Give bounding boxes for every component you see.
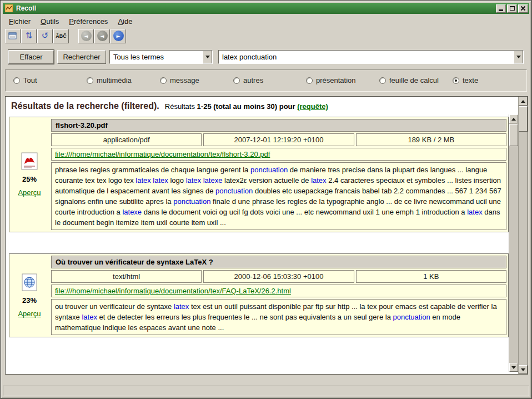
result-list: 25% Aperçu flshort-3.20.pdf application/…: [9, 117, 509, 358]
scrollbar-thumb[interactable]: [509, 124, 518, 146]
scroll-up-icon: [511, 118, 516, 121]
sort-dates-icon: ⇅: [26, 32, 33, 40]
chevron-down-icon: [516, 56, 521, 58]
clear-button[interactable]: Effacer: [8, 50, 54, 64]
radio-multimedia[interactable]: multimédia: [87, 76, 132, 84]
window-title: Recoll: [16, 4, 496, 12]
history-icon: ↺: [42, 32, 49, 40]
result-url-row: file:///home/michael/informatique/docume…: [51, 285, 506, 297]
app-window: Recoll Fichier Outils Préférences Aide ⇅…: [0, 0, 532, 399]
maximize-icon: [510, 6, 515, 11]
document-history-button[interactable]: ↺: [37, 29, 53, 43]
menu-bar: Fichier Outils Préférences Aide: [5, 16, 527, 27]
term-explorer-icon: ÂBĈ: [56, 33, 67, 39]
radio-label: texte: [463, 76, 478, 84]
results-summary: Résultats 1-25 (total au moins 30) pour …: [165, 102, 328, 111]
result-date: 2007-12-01 12:19:20 +0100: [203, 133, 354, 146]
scroll-down-button[interactable]: [509, 363, 518, 372]
search-query-combo[interactable]: [218, 50, 524, 64]
radio-label: Tout: [23, 76, 37, 84]
preview-link[interactable]: Aperçu: [18, 188, 41, 197]
relevance-percent: 23%: [22, 296, 37, 305]
first-page-icon: ◄: [81, 31, 92, 41]
result-meta-row: text/html 2000-12-06 15:03:30 +0100 1 KB: [51, 270, 506, 283]
result-entry-sidebar: 23% Aperçu: [9, 254, 49, 337]
recoll-logo-icon: [5, 4, 13, 12]
radio-feuille-de-calcul[interactable]: feuille de calcul: [379, 76, 439, 84]
result-snippet: ou trouver un verificateur de syntaxe la…: [51, 299, 506, 335]
first-page-button[interactable]: ◄: [78, 29, 94, 43]
search-button[interactable]: Rechercher: [57, 50, 106, 64]
radio-label: autres: [243, 76, 263, 84]
scroll-down-icon: [521, 368, 525, 371]
result-url-link[interactable]: file:///home/michael/informatique/docume…: [55, 150, 270, 158]
search-mode-dropdown-button[interactable]: [203, 51, 212, 63]
result-entry-sidebar: 25% Aperçu: [9, 117, 49, 232]
radio-icon: [306, 77, 313, 84]
result-filename: flshort-3.20.pdf: [51, 119, 506, 132]
result-entry: 23% Aperçu Où trouver un vérificateur de…: [9, 253, 509, 337]
clear-search-button[interactable]: [5, 29, 21, 43]
radio-label: feuille de calcul: [389, 76, 439, 84]
menu-preferences[interactable]: Préférences: [65, 16, 112, 27]
close-button[interactable]: [518, 4, 528, 13]
result-entry-table: Où trouver un vérificateur de syntaxe La…: [49, 254, 508, 337]
search-mode-select[interactable]: Tous les termes: [109, 50, 213, 64]
menu-fichier[interactable]: Fichier: [5, 16, 34, 27]
scroll-up-button[interactable]: [519, 97, 528, 106]
scroll-up-button[interactable]: [509, 114, 518, 123]
radio-presentation[interactable]: présentation: [306, 76, 356, 84]
previous-page-icon: ◄: [97, 31, 108, 41]
results-header: Résultats de la recherche (filtered). Ré…: [11, 101, 328, 111]
radio-message[interactable]: message: [160, 76, 199, 84]
results-title: Résultats de la recherche (filtered).: [11, 101, 159, 111]
scrollbar-thumb[interactable]: [519, 106, 528, 132]
result-url-row: file:///home/michael/informatique/docume…: [51, 148, 506, 161]
radio-label: présentation: [316, 76, 356, 84]
close-icon: [520, 6, 526, 11]
radio-icon: [453, 77, 459, 84]
radio-icon: [160, 77, 167, 84]
minimize-button[interactable]: [496, 4, 506, 13]
result-entry-table: flshort-3.20.pdf application/pdf 2007-12…: [49, 117, 508, 232]
result-meta-row: application/pdf 2007-12-01 12:19:20 +010…: [51, 133, 506, 146]
result-mimetype: text/html: [51, 270, 202, 283]
scroll-up-icon: [521, 100, 525, 103]
next-page-button[interactable]: ►: [111, 29, 126, 43]
menu-aide[interactable]: Aide: [114, 16, 136, 27]
sort-dates-button[interactable]: ⇅: [21, 29, 37, 43]
radio-texte[interactable]: texte: [453, 76, 478, 84]
result-list-scrollbar[interactable]: [509, 114, 518, 372]
radio-tout[interactable]: Tout: [13, 76, 37, 84]
result-filename: Où trouver un vérificateur de syntaxe La…: [51, 256, 506, 268]
chevron-down-icon: [205, 56, 210, 58]
radio-label: message: [170, 76, 199, 84]
radio-icon: [233, 77, 240, 84]
category-filter-frame: Tout multimédia message autres présentat…: [5, 69, 527, 92]
radio-autres[interactable]: autres: [233, 76, 263, 84]
term-explorer-button[interactable]: ÂBĈ: [53, 29, 69, 43]
toolbar: ⇅ ↺ ÂBĈ ◄ ◄ ►: [5, 28, 127, 43]
search-query-input[interactable]: [219, 51, 514, 63]
html-file-icon: [21, 273, 38, 291]
result-mimetype: application/pdf: [51, 133, 202, 146]
menu-outils[interactable]: Outils: [37, 16, 63, 27]
radio-label: multimédia: [97, 76, 132, 84]
maximize-button[interactable]: [507, 4, 517, 13]
result-date: 2000-12-06 15:03:30 +0100: [203, 270, 354, 283]
radio-icon: [379, 77, 386, 84]
results-panel-scrollbar[interactable]: [518, 97, 528, 374]
search-query-dropdown-button[interactable]: [514, 51, 523, 63]
scroll-down-icon: [511, 366, 516, 369]
results-summary-range: 1-25 (total au moins 30) pour: [197, 102, 295, 111]
previous-page-button[interactable]: ◄: [94, 29, 110, 43]
clear-search-icon: [8, 32, 18, 41]
preview-link[interactable]: Aperçu: [18, 310, 41, 318]
query-details-link[interactable]: (requête): [297, 102, 328, 111]
scroll-down-button[interactable]: [519, 365, 528, 374]
result-url-link[interactable]: file:///home/michael/informatique/docume…: [55, 287, 291, 295]
result-size: 1 KB: [356, 270, 506, 283]
result-entry: 25% Aperçu flshort-3.20.pdf application/…: [9, 117, 509, 232]
relevance-percent: 25%: [22, 175, 37, 183]
status-bar: [3, 386, 529, 396]
